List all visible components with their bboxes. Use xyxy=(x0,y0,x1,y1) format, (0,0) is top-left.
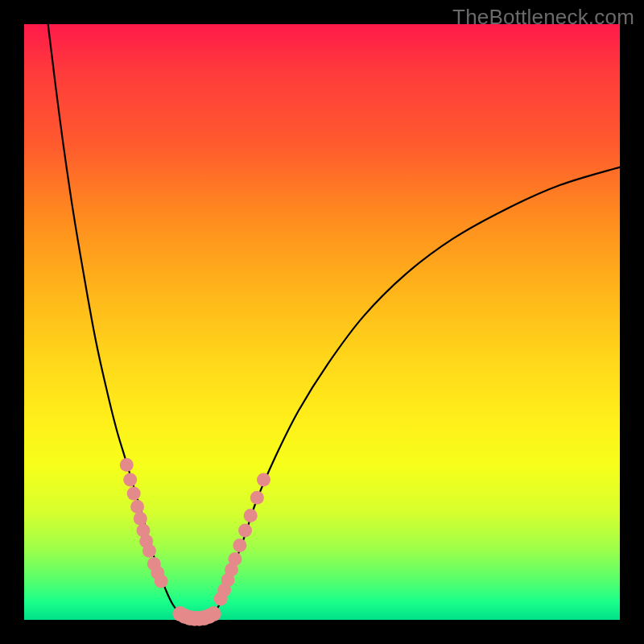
marker-dot xyxy=(155,574,168,588)
marker-dot xyxy=(250,491,264,505)
marker-dot xyxy=(244,509,258,522)
chart-frame: TheBottleneck.com xyxy=(0,0,644,644)
marker-dot xyxy=(206,606,221,621)
markers-group xyxy=(120,458,270,626)
chart-svg xyxy=(24,24,620,620)
plot-area xyxy=(24,24,620,620)
marker-dot xyxy=(130,500,144,514)
marker-dot xyxy=(228,552,242,566)
marker-dot xyxy=(257,473,270,487)
series-group xyxy=(48,24,620,619)
marker-dot xyxy=(120,458,134,472)
marker-dot xyxy=(127,487,141,501)
marker-dot xyxy=(142,544,156,558)
marker-dot xyxy=(233,539,246,552)
series-left-branch xyxy=(48,24,180,613)
series-right-branch xyxy=(215,167,620,613)
marker-dot xyxy=(238,524,252,538)
marker-dot xyxy=(134,512,147,526)
marker-dot xyxy=(123,473,137,487)
